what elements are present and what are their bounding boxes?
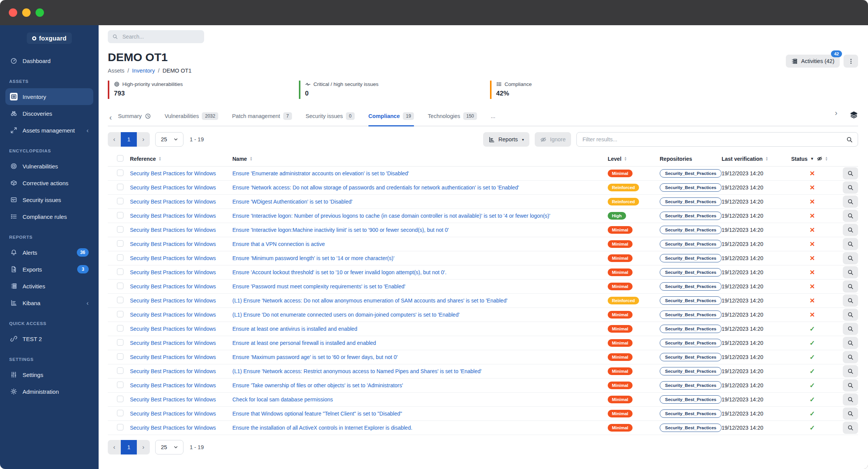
sidebar-item-test-2[interactable]: TEST 2 bbox=[5, 330, 93, 347]
reference-link[interactable]: Security Best Practices for Windows bbox=[130, 269, 227, 275]
row-detail-button[interactable] bbox=[843, 280, 858, 293]
ignore-button[interactable]: Ignore bbox=[535, 132, 571, 147]
reference-link[interactable]: Security Best Practices for Windows bbox=[130, 298, 227, 304]
reference-link[interactable]: Security Best Practices for Windows bbox=[130, 396, 227, 403]
reference-link[interactable]: Security Best Practices for Windows bbox=[130, 354, 227, 360]
prev-page-button[interactable]: ‹ bbox=[108, 440, 121, 454]
row-checkbox[interactable] bbox=[117, 410, 123, 416]
row-checkbox[interactable] bbox=[117, 170, 123, 176]
reference-link[interactable]: Security Best Practices for Windows bbox=[130, 368, 227, 374]
row-detail-button[interactable] bbox=[843, 323, 858, 335]
row-detail-button[interactable] bbox=[843, 224, 858, 236]
tab-security-issues[interactable]: Security issues0 bbox=[306, 112, 355, 126]
name-link[interactable]: Ensure 'WDigest Authentication' is set t… bbox=[232, 199, 597, 205]
sidebar-item-settings[interactable]: Settings bbox=[5, 366, 93, 383]
sidebar-item-assets-management[interactable]: Assets management‹ bbox=[5, 122, 93, 139]
breadcrumb-assets[interactable]: Assets bbox=[108, 68, 125, 74]
row-checkbox[interactable] bbox=[117, 367, 123, 374]
reference-link[interactable]: Security Best Practices for Windows bbox=[130, 255, 227, 261]
search-input[interactable] bbox=[122, 33, 200, 40]
tab-summary[interactable]: Summary bbox=[118, 112, 151, 126]
column-header-status[interactable]: Status ▼ ▲▼ bbox=[791, 155, 833, 162]
current-page-button[interactable]: 1 bbox=[121, 440, 137, 454]
current-page-button[interactable]: 1 bbox=[121, 132, 137, 147]
reference-link[interactable]: Security Best Practices for Windows bbox=[130, 382, 227, 388]
tab-vulnerabilities[interactable]: Vulnerabilities2032 bbox=[165, 112, 218, 126]
row-checkbox[interactable] bbox=[117, 311, 123, 317]
name-link[interactable]: Ensure that Windows optional feature "Te… bbox=[232, 411, 597, 417]
select-all-checkbox[interactable] bbox=[117, 155, 123, 162]
row-checkbox[interactable] bbox=[117, 382, 123, 388]
row-detail-button[interactable] bbox=[843, 309, 858, 321]
name-link[interactable]: (L1) Ensure 'Network access: Restrict an… bbox=[232, 368, 597, 374]
reference-link[interactable]: Security Best Practices for Windows bbox=[130, 199, 227, 205]
sidebar-item-discoveries[interactable]: Discoveries bbox=[5, 105, 93, 122]
row-detail-button[interactable] bbox=[843, 196, 858, 208]
filter-box[interactable] bbox=[576, 132, 858, 147]
next-page-button[interactable]: › bbox=[137, 440, 150, 454]
sidebar-item-kibana[interactable]: Kibana‹ bbox=[5, 294, 93, 311]
sidebar-item-dashboard[interactable]: Dashboard bbox=[5, 52, 93, 69]
row-detail-button[interactable] bbox=[843, 337, 858, 349]
reference-link[interactable]: Security Best Practices for Windows bbox=[130, 184, 227, 191]
global-search[interactable] bbox=[108, 30, 204, 43]
row-checkbox[interactable] bbox=[117, 339, 123, 346]
sidebar-item-activities[interactable]: Activities bbox=[5, 278, 93, 294]
row-detail-button[interactable] bbox=[843, 393, 858, 406]
eye-slash-icon[interactable] bbox=[817, 155, 823, 162]
sidebar-item-compliance-rules[interactable]: Compliance rules bbox=[5, 208, 93, 225]
name-link[interactable]: (L1) Ensure 'Network access: Do not allo… bbox=[232, 298, 597, 304]
next-page-button[interactable]: › bbox=[137, 132, 150, 147]
row-detail-button[interactable] bbox=[843, 167, 858, 180]
row-detail-button[interactable] bbox=[843, 422, 858, 434]
name-link[interactable]: Ensure 'Interactive logon: Number of pre… bbox=[232, 213, 597, 219]
activities-button[interactable]: Activities (42) bbox=[786, 55, 840, 68]
tabs-scroll-left[interactable]: ‹ bbox=[108, 113, 117, 126]
sidebar-item-administration[interactable]: Administration bbox=[5, 383, 93, 400]
row-checkbox[interactable] bbox=[117, 226, 123, 233]
sidebar-item-alerts[interactable]: Alerts36 bbox=[5, 244, 93, 261]
column-header-level[interactable]: Level ▲▼ bbox=[602, 156, 655, 162]
maximize-window-button[interactable] bbox=[36, 8, 44, 17]
row-checkbox[interactable] bbox=[117, 198, 123, 204]
minimize-window-button[interactable] bbox=[22, 8, 31, 17]
column-header-name[interactable]: Name ▲▼ bbox=[232, 156, 602, 162]
name-link[interactable]: Ensure that a VPN connection is active bbox=[232, 241, 597, 247]
name-link[interactable]: Ensure 'Take ownership of files or other… bbox=[232, 382, 597, 388]
sidebar-item-exports[interactable]: Exports3 bbox=[5, 261, 93, 278]
name-link[interactable]: Ensure 'Minimum password length' is set … bbox=[232, 255, 597, 261]
sidebar-item-vulnerabilities[interactable]: Vulnerabilities bbox=[5, 158, 93, 175]
tabs-scroll-right[interactable]: › bbox=[833, 109, 842, 121]
row-detail-button[interactable] bbox=[843, 379, 858, 391]
row-detail-button[interactable] bbox=[843, 238, 858, 250]
reference-link[interactable]: Security Best Practices for Windows bbox=[130, 241, 227, 247]
breadcrumb-inventory[interactable]: Inventory bbox=[132, 68, 155, 74]
row-detail-button[interactable] bbox=[843, 408, 858, 420]
row-checkbox[interactable] bbox=[117, 297, 123, 303]
close-window-button[interactable] bbox=[9, 8, 17, 17]
reference-link[interactable]: Security Best Practices for Windows bbox=[130, 283, 227, 289]
reference-link[interactable]: Security Best Practices for Windows bbox=[130, 425, 227, 431]
row-checkbox[interactable] bbox=[117, 424, 123, 430]
name-link[interactable]: Ensure 'Maximum password age' is set to … bbox=[232, 354, 597, 360]
reference-link[interactable]: Security Best Practices for Windows bbox=[130, 213, 227, 219]
reference-link[interactable]: Security Best Practices for Windows bbox=[130, 312, 227, 318]
name-link[interactable]: Ensure 'Enumerate administrator accounts… bbox=[232, 170, 597, 176]
filter-input[interactable] bbox=[582, 136, 842, 143]
row-detail-button[interactable] bbox=[843, 266, 858, 278]
prev-page-button[interactable]: ‹ bbox=[108, 132, 121, 147]
tab-technologies[interactable]: Technologies150 bbox=[428, 112, 477, 126]
sidebar-item-corrective-actions[interactable]: Corrective actions bbox=[5, 175, 93, 191]
name-link[interactable]: Check for local sam database permissions bbox=[232, 396, 597, 403]
row-checkbox[interactable] bbox=[117, 254, 123, 261]
tab-compliance[interactable]: Compliance19 bbox=[368, 112, 414, 126]
page-size-select[interactable]: 25 bbox=[155, 132, 183, 147]
name-link[interactable]: Ensure at least one personal firewall is… bbox=[232, 340, 597, 346]
row-checkbox[interactable] bbox=[117, 396, 123, 402]
row-detail-button[interactable] bbox=[843, 210, 858, 222]
tab-patch-management[interactable]: Patch management7 bbox=[232, 112, 292, 126]
name-link[interactable]: Ensure the installation of all ActiveX c… bbox=[232, 425, 597, 431]
row-checkbox[interactable] bbox=[117, 353, 123, 360]
name-link[interactable]: (L1) Ensure 'Do not enumerate connected … bbox=[232, 312, 597, 318]
sidebar-item-inventory[interactable]: Inventory bbox=[5, 88, 93, 105]
